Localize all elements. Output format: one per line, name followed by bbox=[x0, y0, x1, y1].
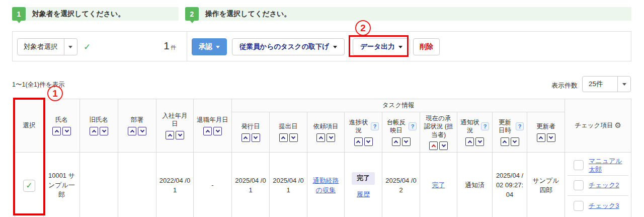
approve-label: 承認 bbox=[199, 42, 212, 51]
sort-asc-button[interactable] bbox=[465, 137, 474, 146]
result-range-text: 1〜1(全1)件を表示 bbox=[12, 81, 64, 89]
col-header-department: 部署 bbox=[118, 99, 156, 153]
sort-asc-button[interactable] bbox=[537, 133, 545, 142]
check-item-link[interactable]: チェック2 bbox=[589, 181, 619, 190]
cell-approval: 完了 bbox=[420, 152, 457, 217]
cell-check-items: マニュアル太郎 チェック2 チェック3 bbox=[565, 152, 631, 217]
check-item: マニュアル太郎 bbox=[568, 156, 628, 176]
sort-desc-button[interactable] bbox=[252, 133, 260, 142]
sort-desc-icon bbox=[102, 128, 106, 132]
sort-asc-button[interactable] bbox=[242, 133, 250, 142]
selected-check-icon: ✓ bbox=[84, 42, 91, 52]
step2-badge: 2 bbox=[185, 7, 199, 21]
sort-desc-icon bbox=[477, 138, 481, 142]
target-select-button[interactable]: 対象者選択 bbox=[17, 38, 77, 55]
per-page-select[interactable]: 25件 bbox=[582, 76, 631, 92]
sort-desc-button[interactable] bbox=[327, 133, 335, 142]
selected-count: 1件 bbox=[133, 40, 176, 52]
sort-desc-button[interactable] bbox=[364, 137, 373, 146]
cell-request-item: 通勤経路の収集 bbox=[307, 152, 345, 217]
sort-desc-button[interactable] bbox=[289, 133, 298, 142]
col-header-ledger-date: 台帳反映日 ? bbox=[382, 112, 420, 153]
sort-asc-button[interactable] bbox=[128, 127, 136, 135]
sort-desc-button[interactable] bbox=[547, 133, 555, 142]
sort-desc-button[interactable] bbox=[402, 137, 411, 146]
sort-asc-icon bbox=[92, 129, 96, 133]
check-item-checkbox[interactable] bbox=[574, 160, 584, 170]
sort-asc-icon bbox=[205, 129, 209, 133]
target-select-caret[interactable] bbox=[64, 39, 77, 55]
check-item-link[interactable]: チェック3 bbox=[589, 201, 619, 210]
sort-asc-button[interactable] bbox=[316, 133, 325, 142]
col-header-request-item: 依頼項目 bbox=[307, 112, 345, 153]
data-export-button[interactable]: データ出力 bbox=[353, 38, 410, 55]
sort-desc-button[interactable] bbox=[138, 127, 146, 135]
approval-status-link[interactable]: 完了 bbox=[432, 181, 445, 189]
approve-button[interactable]: 承認 bbox=[192, 38, 227, 55]
check-item-link[interactable]: マニュアル太郎 bbox=[589, 157, 624, 174]
updated-at-header-label: 更新日時 bbox=[496, 118, 514, 135]
sort-desc-button[interactable] bbox=[100, 127, 108, 135]
progress-header-label: 進捗状況 bbox=[348, 118, 369, 135]
history-link[interactable]: 履歴 bbox=[357, 190, 370, 199]
sort-desc-button[interactable] bbox=[62, 127, 71, 135]
request-item-link[interactable]: 通勤経路の収集 bbox=[313, 177, 339, 194]
cell-updated-at: 2025/04 /02 09:27:04 bbox=[493, 152, 527, 217]
chevron-down-icon bbox=[68, 46, 72, 48]
col-header-progress: 進捗状況 ? bbox=[345, 112, 382, 153]
sort-asc-button[interactable] bbox=[166, 131, 174, 139]
help-icon[interactable]: ? bbox=[371, 122, 379, 130]
sort-asc-icon bbox=[503, 140, 507, 144]
delete-label: 削除 bbox=[420, 42, 433, 51]
check-item-checkbox[interactable] bbox=[574, 201, 584, 211]
cell-former-name bbox=[80, 152, 118, 217]
sort-asc-button[interactable] bbox=[52, 127, 61, 135]
check-items-header-label: チェック項目 bbox=[575, 121, 613, 129]
ledger-date-header-label: 台帳反映日 bbox=[385, 118, 407, 135]
col-header-name: 氏名 bbox=[44, 99, 80, 153]
sort-desc-button[interactable] bbox=[213, 127, 222, 135]
cell-ledger-date: 2025/04 /02 bbox=[382, 152, 420, 217]
sort-desc-button[interactable] bbox=[176, 131, 184, 139]
help-icon[interactable]: ? bbox=[516, 122, 524, 130]
per-page-caret[interactable] bbox=[617, 77, 630, 92]
selected-count-unit: 件 bbox=[171, 44, 176, 50]
cell-name: 10001 サンプル一郎 bbox=[44, 152, 80, 217]
sort-asc-button[interactable] bbox=[203, 127, 212, 135]
sort-asc-button[interactable] bbox=[354, 137, 363, 146]
step1-strip: 1 対象者を選択してください。 bbox=[12, 7, 179, 21]
toolbar-divider bbox=[187, 32, 187, 61]
sort-asc-button[interactable] bbox=[392, 137, 400, 146]
sort-asc-icon bbox=[244, 136, 248, 140]
sort-desc-button[interactable] bbox=[511, 137, 519, 146]
sort-asc-button[interactable] bbox=[279, 133, 288, 142]
withdraw-task-label: 従業員からのタスクの取下げ bbox=[239, 42, 329, 51]
col-header-select: 選択 bbox=[15, 99, 44, 153]
sort-asc-icon bbox=[431, 144, 435, 149]
cell-select: ✓ bbox=[15, 152, 44, 217]
chevron-down-icon bbox=[333, 46, 337, 48]
hire-date-header-label: 入社年月日 bbox=[159, 112, 190, 128]
sort-desc-icon bbox=[64, 128, 68, 132]
sort-desc-button[interactable] bbox=[439, 141, 448, 150]
sort-asc-button-active[interactable] bbox=[429, 141, 438, 150]
step1-badge: 1 bbox=[12, 7, 26, 21]
cell-retire-date: - bbox=[194, 152, 232, 217]
row-checkbox-checked[interactable]: ✓ bbox=[23, 180, 35, 192]
task-info-group-label: タスク情報 bbox=[382, 102, 414, 109]
gear-icon[interactable]: ⚙ bbox=[614, 121, 621, 130]
withdraw-task-button[interactable]: 従業員からのタスクの取下げ bbox=[232, 38, 345, 55]
help-icon[interactable]: ? bbox=[409, 122, 417, 130]
check-item-checkbox[interactable] bbox=[574, 180, 584, 190]
data-export-label: データ出力 bbox=[360, 42, 394, 51]
col-header-updater: 更新者 bbox=[527, 112, 565, 153]
delete-button[interactable]: 削除 bbox=[413, 38, 440, 55]
sort-asc-button[interactable] bbox=[90, 127, 98, 135]
sort-asc-button[interactable] bbox=[501, 137, 509, 146]
sort-desc-button[interactable] bbox=[475, 137, 484, 146]
sort-desc-icon bbox=[291, 134, 295, 138]
issue-date-header-label: 発行日 bbox=[241, 122, 260, 130]
cell-notify: 通知済 bbox=[457, 152, 493, 217]
help-icon[interactable]: ? bbox=[481, 122, 489, 130]
col-header-approval: 現在の承認状況 (担当者) bbox=[420, 112, 457, 153]
